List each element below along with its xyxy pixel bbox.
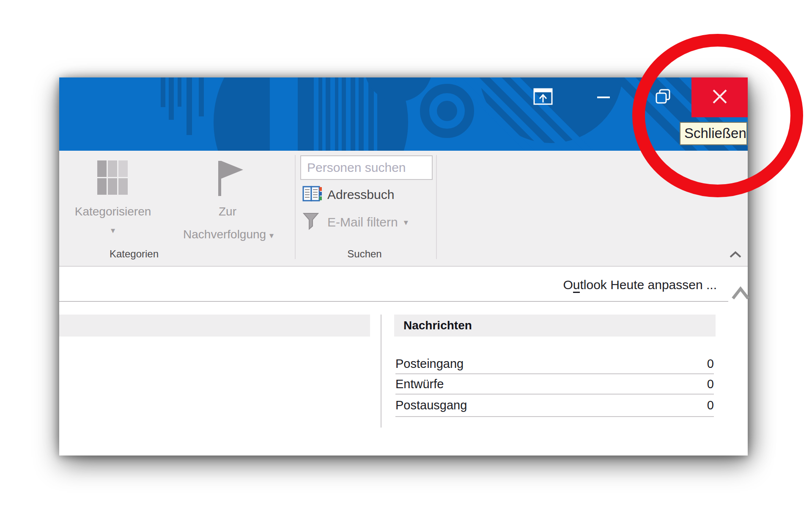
chevron-up-icon xyxy=(729,252,742,260)
ribbon: Kategorisieren ▾ Zur Nachverfolgung ▾ Ka… xyxy=(59,151,748,267)
folder-label[interactable]: Posteingang xyxy=(395,357,464,371)
folder-row-postausgang[interactable]: Postausgang 0 xyxy=(395,395,714,417)
outlook-today-view: Outlook Heute anpassen ... Nachrichten P… xyxy=(59,267,748,456)
filter-email-button[interactable]: E-Mail filtern ▾ xyxy=(303,213,408,232)
address-book-label: Adressbuch xyxy=(327,188,394,202)
customize-outlook-today-link[interactable]: Outlook Heute anpassen ... xyxy=(563,278,717,292)
follow-up-label-line2[interactable]: Nachverfolgung ▾ xyxy=(161,228,296,241)
folder-row-posteingang[interactable]: Posteingang 0 xyxy=(395,354,714,374)
folder-count: 0 xyxy=(707,377,714,391)
search-people-input[interactable] xyxy=(300,155,433,180)
folder-label[interactable]: Entwürfe xyxy=(395,377,444,391)
chevron-up-icon xyxy=(731,295,750,302)
column-divider xyxy=(381,315,381,428)
address-book-icon xyxy=(302,184,322,206)
categorize-button[interactable] xyxy=(97,160,128,195)
close-button[interactable] xyxy=(691,77,748,117)
messages-folder-list: Posteingang 0 Entwürfe 0 Postausgang 0 xyxy=(395,354,714,417)
outlook-window: Schließen Kategorisieren ▾ Zur Nac xyxy=(59,77,748,456)
calendar-panel-header xyxy=(59,315,370,337)
follow-up-label-line1[interactable]: Zur xyxy=(194,205,261,218)
categorize-dropdown-icon[interactable]: ▾ xyxy=(107,226,119,235)
header-divider xyxy=(59,301,728,302)
minimize-button[interactable] xyxy=(584,77,623,117)
filter-email-label: E-Mail filtern xyxy=(327,215,398,229)
group-separator xyxy=(295,155,296,259)
group-label-suchen: Suchen xyxy=(322,248,407,260)
folder-row-entwuerfe[interactable]: Entwürfe 0 xyxy=(395,374,714,395)
folder-label[interactable]: Postausgang xyxy=(395,398,467,412)
flag-icon xyxy=(218,161,244,196)
close-tooltip: Schließen xyxy=(680,122,747,145)
title-bar xyxy=(59,77,748,151)
address-book-button[interactable]: Adressbuch xyxy=(302,184,394,206)
close-tooltip-text: Schließen xyxy=(684,125,746,141)
ribbon-display-options-icon xyxy=(533,87,553,108)
folder-count: 0 xyxy=(707,398,714,412)
group-label-kategorien: Kategorien xyxy=(92,248,176,260)
screenshot-stage: Schließen Kategorisieren ▾ Zur Nac xyxy=(0,0,812,508)
ribbon-display-options-button[interactable] xyxy=(524,77,562,117)
restore-icon xyxy=(655,88,671,106)
folder-count: 0 xyxy=(707,357,714,371)
filter-email-dropdown-icon: ▾ xyxy=(404,218,408,226)
close-icon xyxy=(711,88,729,107)
scroll-up-button[interactable] xyxy=(731,286,750,302)
minimize-icon xyxy=(597,97,610,98)
follow-up-dropdown-icon: ▾ xyxy=(269,231,274,240)
group-separator xyxy=(436,155,437,259)
categorize-label[interactable]: Kategorisieren xyxy=(59,205,167,218)
follow-up-button[interactable] xyxy=(218,161,244,196)
categorize-grid-icon xyxy=(97,160,128,195)
messages-panel-header: Nachrichten xyxy=(394,315,716,337)
messages-panel-title: Nachrichten xyxy=(394,315,716,337)
collapse-ribbon-button[interactable] xyxy=(729,251,742,260)
filter-icon xyxy=(303,213,320,232)
restore-button[interactable] xyxy=(644,77,683,117)
